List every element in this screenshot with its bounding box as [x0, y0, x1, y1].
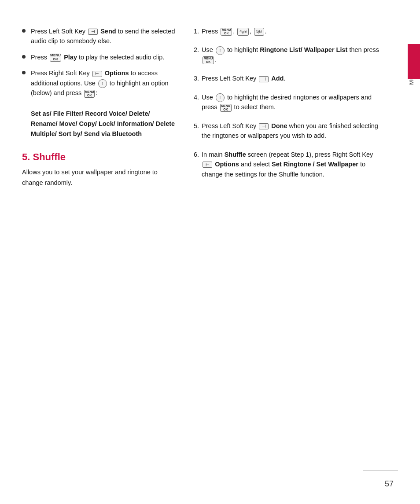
nav-icon-s2: ↑ — [216, 46, 225, 55]
step-item-5: 5. Press Left Soft Key ⊣ Done when you a… — [194, 121, 385, 141]
bullet-list: Press Left Soft Key ⊣ Send to send the s… — [22, 26, 176, 98]
bottom-divider — [363, 471, 398, 471]
bullet-text-3: Press Right Soft Key ⊢ Options to access… — [31, 68, 176, 98]
bullet-dot — [22, 55, 26, 59]
nav-icon-s4: ↑ — [216, 93, 225, 102]
step-text-3: Press Left Soft Key ⊣ Add. — [202, 74, 385, 83]
step-text-4: Use ↑ to highlight the desired ringtones… — [202, 92, 385, 112]
main-content: Press Left Soft Key ⊣ Send to send the s… — [0, 26, 402, 486]
sidebar-bar — [408, 44, 420, 79]
step-number-2: 2. — [194, 45, 199, 55]
page-number: 57 — [385, 479, 394, 489]
menu-ok-icon-s4: MENUOK — [220, 104, 232, 112]
step-number-5: 5. — [194, 121, 199, 131]
bullet-text-1: Press Left Soft Key ⊣ Send to send the s… — [31, 26, 176, 46]
menu-ok-small-icon: MENUOK — [84, 90, 95, 98]
step-item-1: 1. Press MENUOK, 4ghi, 5jkl. — [194, 26, 385, 36]
options-list: Set as/ File Filter/ Record Voice/ Delet… — [31, 109, 176, 140]
bullet-text-2: Press MENUOK Play to play the selected a… — [31, 52, 164, 62]
section-title: 5. Shuffle — [22, 151, 176, 163]
key-4ghi: 4ghi — [237, 28, 249, 36]
left-soft-key-icon-s3: ⊣ — [259, 76, 269, 82]
menu-ok-icon-s2: MENUOK — [203, 56, 214, 64]
step-text-1: Press MENUOK, 4ghi, 5jkl. — [202, 26, 385, 36]
step-text-2: Use ↑ to highlight Ringtone List/ Wallpa… — [202, 45, 385, 65]
bullet-dot — [22, 71, 26, 74]
nav-icon: ↑ — [98, 79, 107, 88]
sidebar: Multimedia — [402, 26, 420, 486]
right-soft-key-icon-s6: ⊢ — [203, 162, 212, 168]
step-item-3: 3. Press Left Soft Key ⊣ Add. — [194, 74, 385, 83]
section-description: Allows you to set your wallpaper and rin… — [22, 167, 176, 188]
menu-ok-icon-s1: MENUOK — [221, 28, 232, 36]
section-title-text: Shuffle — [33, 151, 66, 162]
step-number-4: 4. — [194, 92, 199, 102]
step-number-1: 1. — [194, 26, 199, 36]
bullet-item-2: Press MENUOK Play to play the selected a… — [22, 52, 176, 62]
right-soft-key-icon: ⊢ — [92, 71, 102, 77]
left-column: Press Left Soft Key ⊣ Send to send the s… — [22, 26, 189, 486]
bullet-item-3: Press Right Soft Key ⊢ Options to access… — [22, 68, 176, 98]
section-number: 5 — [22, 151, 27, 162]
step-text-5: Press Left Soft Key ⊣ Done when you are … — [202, 121, 385, 141]
page-container: Press Left Soft Key ⊣ Send to send the s… — [0, 0, 420, 504]
steps-list: 1. Press MENUOK, 4ghi, 5jkl. 2. Use ↑ to… — [194, 26, 385, 179]
left-soft-key-icon-s5: ⊣ — [259, 123, 269, 129]
key-5jkl: 5jkl — [254, 28, 264, 36]
left-soft-key-icon: ⊣ — [88, 29, 98, 35]
menu-ok-icon: MENUOK — [50, 54, 61, 62]
bullet-item-1: Press Left Soft Key ⊣ Send to send the s… — [22, 26, 176, 46]
step-number-6: 6. — [194, 150, 199, 159]
step-item-6: 6. In main Shuffle screen (repeat Step 1… — [194, 150, 385, 179]
step-number-3: 3. — [194, 74, 199, 83]
step-text-6: In main Shuffle screen (repeat Step 1), … — [202, 150, 385, 179]
bullet-dot — [22, 29, 26, 33]
step-item-2: 2. Use ↑ to highlight Ringtone List/ Wal… — [194, 45, 385, 65]
step-item-4: 4. Use ↑ to highlight the desired ringto… — [194, 92, 385, 112]
right-column: 1. Press MENUOK, 4ghi, 5jkl. 2. Use ↑ to… — [189, 26, 385, 486]
